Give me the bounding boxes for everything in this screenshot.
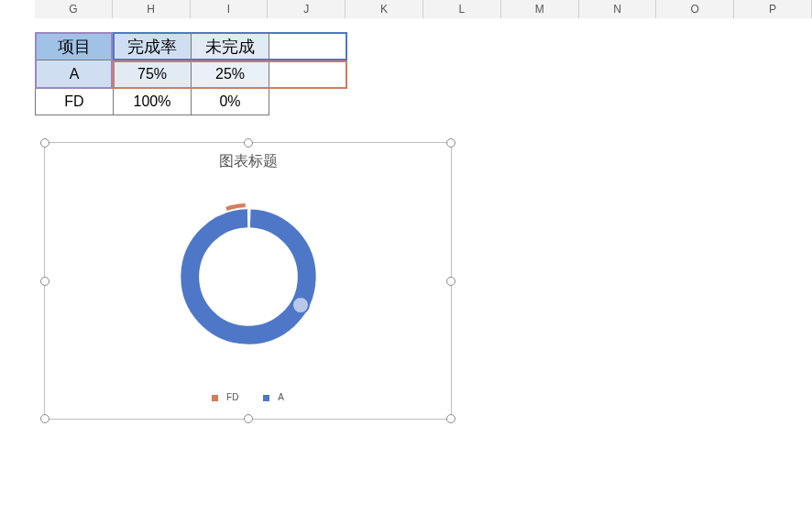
cell[interactable]: 75% — [114, 60, 192, 88]
worksheet[interactable]: 项目 完成率 未完成 A 75% 25% FD 100% 0% 图表标题 — [35, 18, 812, 514]
col-header[interactable]: O — [656, 0, 734, 18]
table-row[interactable]: FD 100% 0% — [36, 88, 269, 115]
col-header[interactable]: N — [579, 0, 657, 18]
header-cell[interactable]: 项目 — [36, 33, 114, 60]
chart-object[interactable]: 图表标题 FD A — [44, 142, 452, 420]
col-header[interactable]: G — [35, 0, 113, 18]
cell[interactable]: 25% — [192, 60, 269, 88]
col-header[interactable]: L — [423, 0, 501, 18]
col-header[interactable]: M — [501, 0, 579, 18]
resize-handle-top[interactable] — [244, 138, 253, 148]
data-table[interactable]: 项目 完成率 未完成 A 75% 25% FD 100% 0% — [35, 32, 269, 115]
donut-chart[interactable] — [170, 199, 326, 355]
resize-handle-top-left[interactable] — [40, 138, 49, 148]
cell[interactable]: 100% — [114, 88, 192, 115]
header-cell[interactable]: 完成率 — [114, 33, 192, 60]
table-row[interactable]: A 75% 25% — [36, 60, 269, 88]
cell[interactable]: A — [36, 60, 114, 88]
datapoint-selection-handle[interactable] — [291, 296, 310, 314]
chart-plot-area[interactable] — [45, 184, 451, 368]
col-header[interactable]: J — [268, 0, 346, 18]
cell[interactable]: FD — [36, 88, 114, 115]
col-header[interactable]: P — [734, 0, 812, 18]
chart-title[interactable]: 图表标题 — [45, 152, 451, 171]
resize-handle-bottom-left[interactable] — [40, 414, 49, 423]
legend-swatch-fd — [212, 395, 218, 401]
legend-item-a[interactable]: A — [258, 392, 290, 402]
legend-label: FD — [226, 392, 238, 402]
resize-handle-right[interactable] — [446, 277, 455, 286]
column-header-row: G H I J K L M N O P — [35, 0, 812, 19]
donut-series-a — [188, 216, 309, 337]
legend-label: A — [278, 392, 284, 402]
col-header[interactable]: K — [346, 0, 423, 18]
cell[interactable]: 0% — [192, 88, 269, 115]
legend-item-fd[interactable]: FD — [206, 392, 247, 402]
resize-handle-bottom-right[interactable] — [446, 414, 455, 423]
resize-handle-top-right[interactable] — [446, 138, 455, 148]
resize-handle-left[interactable] — [40, 277, 49, 286]
chart-legend[interactable]: FD A — [45, 392, 451, 402]
col-header[interactable]: H — [113, 0, 191, 18]
legend-swatch-a — [263, 395, 269, 401]
resize-handle-bottom[interactable] — [244, 414, 253, 423]
col-header[interactable]: I — [191, 0, 269, 18]
header-cell[interactable]: 未完成 — [192, 33, 269, 60]
